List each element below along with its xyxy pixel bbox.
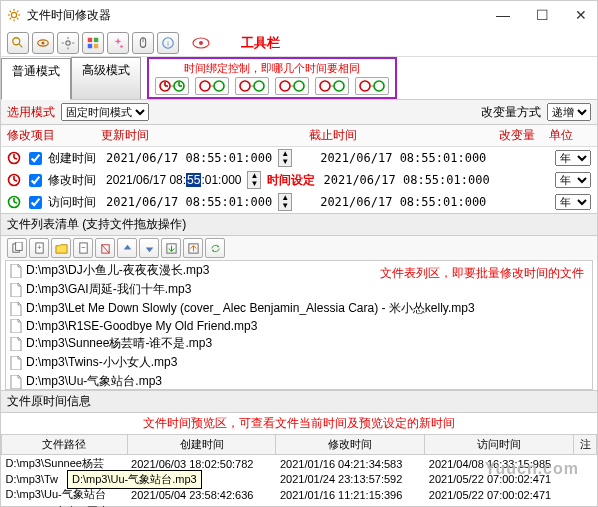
create-update-time[interactable]: 2021/06/17 08:55:01:000 [104,151,274,165]
svg-point-9 [13,37,20,44]
modify-cutoff-time[interactable]: 2021/06/17 08:55:01:000 [321,173,491,187]
svg-text:−: − [81,243,85,252]
svg-point-28 [199,41,203,45]
close-button[interactable]: ✕ [571,5,591,25]
add-folder-button[interactable] [51,238,71,258]
svg-point-44 [374,81,384,91]
change-mode-select[interactable]: 递增 [547,103,591,121]
mouse-button[interactable] [132,32,154,54]
maximize-button[interactable]: ☐ [532,5,553,25]
svg-point-12 [41,41,44,44]
search-button[interactable] [7,32,29,54]
svg-point-41 [320,81,330,91]
magic-button[interactable] [107,32,129,54]
create-spinner[interactable]: ▲▼ [278,149,292,167]
create-time-row: 创建时间 2021/06/17 08:55:01:000 ▲▼ 2021/06/… [1,147,597,169]
bind-button-2[interactable] [195,77,229,95]
clock-icon [7,151,23,165]
file-path: D:\mp3\Let Me Down Slowly (cover_ Alec B… [26,300,475,317]
refresh-button[interactable] [205,238,225,258]
list-item[interactable]: D:\mp3\R1SE-Goodbye My Old Friend.mp3 [6,318,592,334]
col-access[interactable]: 访问时间 [425,435,574,455]
clock-icon [7,195,23,209]
svg-text:i: i [167,39,169,46]
tab-normal-mode[interactable]: 普通模式 [1,58,71,100]
list-item[interactable]: D:\mp3\Sunnee杨芸晴-谁不是.mp3 [6,334,592,353]
move-up-button[interactable] [117,238,137,258]
svg-point-13 [66,40,70,44]
filelist-anno: 文件表列区，即要批量修改时间的文件 [380,265,584,282]
settings-button[interactable] [57,32,79,54]
col-path[interactable]: 文件路径 [2,435,128,455]
remove-button[interactable]: − [73,238,93,258]
access-update-time[interactable]: 2021/06/17 08:55:01:000 [104,195,274,209]
access-checkbox[interactable] [29,196,42,209]
minimize-button[interactable]: — [492,5,514,25]
clock-icon [7,173,23,187]
svg-point-22 [120,45,123,48]
bind-button-4[interactable] [275,77,309,95]
file-path: D:\mp3\Uu-气象站台.mp3 [26,373,162,390]
export-button[interactable] [161,238,181,258]
file-path: D:\mp3\DJ小鱼儿-夜夜夜漫长.mp3 [26,262,209,279]
file-list[interactable]: 文件表列区，即要批量修改时间的文件 D:\mp3\DJ小鱼儿-夜夜夜漫长.mp3… [5,260,593,390]
col-note[interactable]: 注 [574,435,597,455]
col-modify[interactable]: 修改时间 [276,435,425,455]
svg-line-8 [17,11,18,12]
list-item[interactable]: D:\mp3\Uu-气象站台.mp3 [6,372,592,390]
bind-label: 时间绑定控制，即哪几个时间要相同 [155,61,389,76]
add-file-button[interactable]: + [29,238,49,258]
modify-checkbox[interactable] [29,174,42,187]
create-checkbox[interactable] [29,152,42,165]
create-cutoff-time[interactable]: 2021/06/17 08:55:01:000 [318,151,488,165]
create-unit-select[interactable]: 年 [555,150,591,166]
modify-spinner[interactable]: ▲▼ [247,171,261,189]
title-bar: 文件时间修改器 — ☐ ✕ [1,1,597,29]
palette-button[interactable] [82,32,104,54]
col-item: 修改项目 [7,127,101,144]
svg-rect-19 [94,37,98,41]
table-row[interactable]: D:\mp3\一个人 - 王袁2021/05/11 19:27:35:62420… [2,503,597,507]
svg-line-6 [17,18,18,19]
mode-select-row: 选用模式 固定时间模式 改变量方式 递增 [1,100,597,125]
cell-modify: 2021/01/16 04:21:34:583 [276,455,425,473]
access-unit-select[interactable]: 年 [555,194,591,210]
view-button[interactable] [32,32,54,54]
bind-button-1[interactable] [155,77,189,95]
access-spinner[interactable]: ▲▼ [278,193,292,211]
cell-access: 2021/05/22 07:00:02:471 [425,472,574,486]
col-create[interactable]: 创建时间 [127,435,276,455]
preview-anno: 文件时间预览区，可查看文件当前时间及预览设定的新时间 [1,413,597,434]
filelist-header: 文件列表清单 (支持文件拖放操作) [1,213,597,236]
list-item[interactable]: D:\mp3\GAI周延-我们十年.mp3 [6,280,592,299]
modify-label: 修改时间 [48,172,100,189]
svg-rect-55 [15,242,22,250]
import-button[interactable] [183,238,203,258]
svg-point-38 [254,81,264,91]
svg-rect-18 [88,37,92,41]
mode-label: 选用模式 [7,104,55,121]
modify-unit-select[interactable]: 年 [555,172,591,188]
move-down-button[interactable] [139,238,159,258]
cell-path: D:\mp3\一个人 - 王袁 [2,503,128,507]
list-item[interactable]: D:\mp3\Let Me Down Slowly (cover_ Alec B… [6,299,592,318]
help-button[interactable]: i [157,32,179,54]
access-cutoff-time[interactable]: 2021/06/17 08:55:01:000 [318,195,488,209]
cell-access: 2021/04/08 16:33:15:985 [425,455,574,473]
svg-line-7 [10,18,11,19]
bind-button-3[interactable] [235,77,269,95]
col-unit: 单位 [549,127,589,144]
svg-point-42 [334,81,344,91]
svg-point-35 [200,81,210,91]
bind-button-6[interactable] [355,77,389,95]
bind-button-5[interactable] [315,77,349,95]
mode-select[interactable]: 固定时间模式 [61,103,149,121]
app-icon [7,8,21,22]
modify-update-time[interactable]: 2021/06/17 08:55:01:000 [104,173,243,187]
toolbar-label: 工具栏 [241,34,280,52]
clear-button[interactable] [95,238,115,258]
list-item[interactable]: D:\mp3\Twins-小小女人.mp3 [6,353,592,372]
copy-button[interactable] [7,238,27,258]
tab-advanced-mode[interactable]: 高级模式 [71,57,141,99]
cell-access: 2021/05/22 07:00:02:471 [425,486,574,503]
